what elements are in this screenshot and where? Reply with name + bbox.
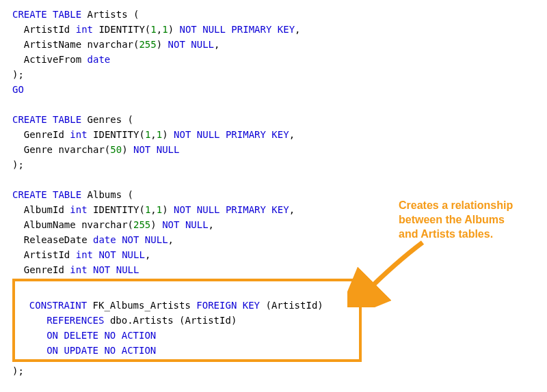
code-text: ) <box>122 144 133 155</box>
code-text: AlbumName nvarchar( <box>12 219 133 230</box>
code-text: ) <box>157 39 168 50</box>
code-line: ArtistId int NOT NULL, <box>12 247 547 262</box>
keyword: NOT NULL <box>133 144 179 155</box>
code-text: IDENTITY( <box>88 204 145 215</box>
keyword: date NOT NULL <box>93 234 168 245</box>
keyword: NOT NULL <box>168 39 214 50</box>
keyword: GO <box>12 84 24 95</box>
code-text <box>12 174 18 185</box>
keyword: CREATE TABLE <box>12 9 81 20</box>
keyword: REFERENCES <box>46 315 104 326</box>
code-line: ); <box>12 67 547 82</box>
code-text <box>12 99 18 110</box>
code-line: Genre nvarchar(50) NOT NULL <box>12 142 547 157</box>
annotation-line: and Artists tables. <box>399 227 513 241</box>
code-text: , <box>289 129 295 140</box>
code-line: CONSTRAINT FK_Albums_Artists FOREIGN KEY… <box>18 298 356 313</box>
keyword: int NOT NULL <box>70 264 139 275</box>
code-text: , <box>289 204 295 215</box>
code-text: , <box>214 39 219 50</box>
keyword: CREATE TABLE <box>12 189 81 200</box>
code-text: AlbumId <box>12 204 70 215</box>
code-text <box>18 285 23 296</box>
code-document: CREATE TABLE Artists ( ArtistId int IDEN… <box>12 7 547 378</box>
code-text: ActiveFrom <box>12 54 88 65</box>
highlight-box: CONSTRAINT FK_Albums_Artists FOREIGN KEY… <box>12 279 362 362</box>
code-text: ArtistId <box>12 24 76 35</box>
code-text: ) <box>162 129 174 140</box>
keyword: CREATE TABLE <box>12 114 81 125</box>
code-line: ON DELETE NO ACTION <box>18 328 356 343</box>
code-line: REFERENCES dbo.Artists (ArtistId) <box>18 313 356 328</box>
code-text: ReleaseDate <box>12 234 93 245</box>
code-text: dbo.Artists (ArtistId) <box>104 315 237 326</box>
code-line: ActiveFrom date <box>12 52 547 67</box>
code-text <box>18 330 46 341</box>
code-text: GenreId <box>12 264 70 275</box>
code-text: Genre nvarchar( <box>12 144 110 155</box>
keyword: NOT NULL PRIMARY KEY <box>179 24 295 35</box>
blank-line <box>12 172 547 187</box>
code-line: CREATE TABLE Artists ( <box>12 7 547 22</box>
code-text: ArtistName nvarchar( <box>12 39 139 50</box>
code-text <box>18 315 46 326</box>
code-text: , <box>145 249 150 260</box>
code-text: Artists ( <box>81 9 139 20</box>
annotation-text: Creates a relationship between the Album… <box>399 198 513 241</box>
code-text: ); <box>12 365 24 376</box>
blank-line <box>12 97 547 112</box>
keyword: int NOT NULL <box>76 249 145 260</box>
type: int <box>76 24 93 35</box>
code-text: IDENTITY( <box>88 129 145 140</box>
number: 255 <box>133 219 150 230</box>
annotation-line: between the Albums <box>399 212 513 227</box>
keyword: NOT NULL PRIMARY KEY <box>174 129 289 140</box>
number: 1 <box>157 204 162 215</box>
number: 255 <box>139 39 156 50</box>
type: int <box>70 129 87 140</box>
code-text <box>18 300 29 311</box>
code-text: Albums ( <box>81 189 133 200</box>
code-text: Genres ( <box>81 114 133 125</box>
keyword: ON UPDATE NO ACTION <box>46 345 156 356</box>
keyword: FOREIGN KEY <box>196 300 260 311</box>
code-text: ) <box>150 219 162 230</box>
code-text: , <box>209 219 214 230</box>
code-line: GenreId int IDENTITY(1,1) NOT NULL PRIMA… <box>12 127 547 142</box>
code-text <box>18 345 46 356</box>
code-line: GO <box>12 82 547 97</box>
keyword: ON DELETE NO ACTION <box>46 330 156 341</box>
code-line: GenreId int NOT NULL <box>12 262 547 277</box>
keyword: CONSTRAINT <box>29 300 87 311</box>
code-text: IDENTITY( <box>93 24 150 35</box>
code-text: , <box>150 129 156 140</box>
number: 1 <box>157 129 162 140</box>
code-line: ); <box>12 157 547 172</box>
code-text: ); <box>12 69 24 80</box>
code-text: GenreId <box>12 129 70 140</box>
code-line: CREATE TABLE Genres ( <box>12 112 547 127</box>
code-text: ) <box>168 24 180 35</box>
number: 1 <box>162 24 168 35</box>
code-text: (ArtistId) <box>260 300 323 311</box>
code-text: FK_Albums_Artists <box>87 300 196 311</box>
number: 50 <box>110 144 122 155</box>
number: 1 <box>150 24 156 35</box>
code-text: ) <box>162 204 174 215</box>
keyword: NOT NULL <box>162 219 208 230</box>
keyword: NOT NULL PRIMARY KEY <box>174 204 289 215</box>
code-text: , <box>295 24 300 35</box>
type: int <box>70 204 87 215</box>
code-line: ArtistId int IDENTITY(1,1) NOT NULL PRIM… <box>12 22 547 37</box>
annotation-line: Creates a relationship <box>399 198 513 212</box>
code-text: , <box>157 24 162 35</box>
code-line: ON UPDATE NO ACTION <box>18 343 356 358</box>
code-text: , <box>150 204 156 215</box>
code-line: ArtistName nvarchar(255) NOT NULL, <box>12 37 547 52</box>
code-text: , <box>168 234 174 245</box>
type: date <box>88 54 111 65</box>
code-text: ); <box>12 159 24 170</box>
code-text: ArtistId <box>12 249 76 260</box>
blank-line <box>18 283 356 298</box>
code-line: ); <box>12 363 547 378</box>
